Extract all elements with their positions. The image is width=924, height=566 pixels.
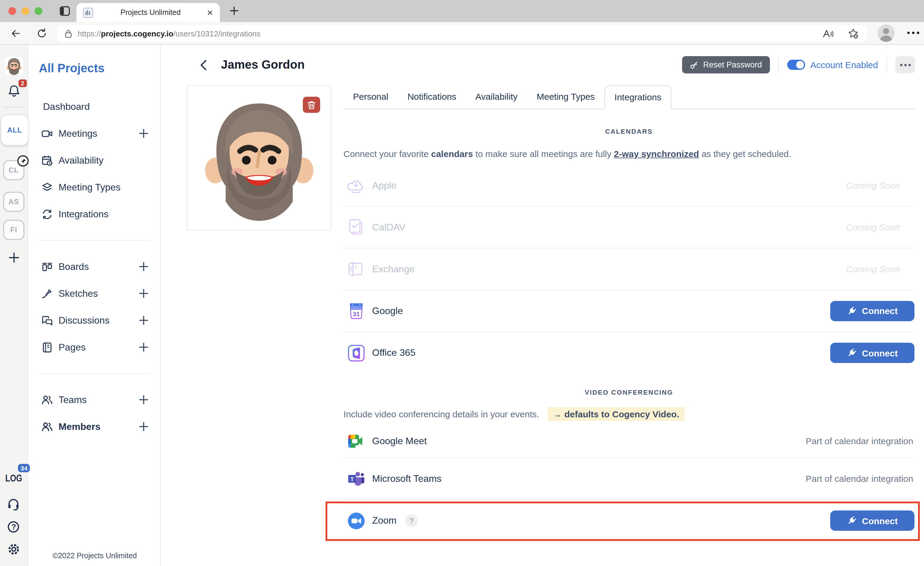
sidebar-item-integrations[interactable]: Integrations xyxy=(38,201,152,228)
sidebar-item-pages[interactable]: Pages xyxy=(38,334,152,361)
integration-row-caldav: CalDAV Coming Soon xyxy=(344,207,915,249)
chat-bubbles-icon xyxy=(41,314,53,326)
add-page-icon[interactable] xyxy=(139,342,149,352)
browser-menu-icon[interactable] xyxy=(907,31,919,34)
tab-meeting-types[interactable]: Meeting Types xyxy=(527,85,604,109)
tab-integrations[interactable]: Integrations xyxy=(604,85,672,109)
site-favicon-icon xyxy=(83,7,93,18)
integration-row-microsoft-teams: T Microsoft Teams Part of calendar integ… xyxy=(344,458,915,500)
user-avatar[interactable] xyxy=(4,57,23,75)
plug-icon xyxy=(847,348,856,358)
zoom-icon xyxy=(347,512,365,529)
reset-password-button[interactable]: Reset Password xyxy=(682,56,770,73)
header-divider xyxy=(778,57,778,73)
main-content: James Gordon Reset Password Account Enab… xyxy=(160,45,924,566)
default-video-note: → defaults to Cogency Video. xyxy=(548,407,684,421)
page-icon xyxy=(41,341,53,353)
help-icon[interactable]: ? xyxy=(8,521,20,533)
microsoft-teams-icon: T xyxy=(347,470,365,487)
coming-soon-label: Coming Soon xyxy=(846,222,915,232)
connect-zoom-button[interactable]: Connect xyxy=(830,511,915,531)
browser-profile-avatar[interactable] xyxy=(878,24,895,42)
tab-notifications[interactable]: Notifications xyxy=(398,85,466,109)
browser-toolbar: https://projects.cogency.io/users/10312/… xyxy=(0,22,924,45)
zoom-help-badge[interactable]: ? xyxy=(405,514,418,527)
integration-row-zoom: Zoom ? Connect xyxy=(344,502,915,539)
sidebar-item-availability[interactable]: Availability xyxy=(38,147,152,174)
sidebar-item-sketches[interactable]: Sketches xyxy=(38,280,152,307)
integration-row-google: 31 Google Connect xyxy=(344,290,915,332)
add-team-icon[interactable] xyxy=(139,395,149,405)
plug-icon xyxy=(847,306,856,316)
google-calendar-icon: 31 xyxy=(347,302,365,319)
delete-photo-button[interactable] xyxy=(303,97,320,113)
add-discussion-icon[interactable] xyxy=(139,315,149,325)
browser-tab[interactable]: Projects Unlimited ✕ xyxy=(76,3,220,22)
notification-count-badge: 2 xyxy=(18,79,27,87)
add-board-icon[interactable] xyxy=(139,262,149,272)
account-enabled-toggle[interactable] xyxy=(787,60,805,70)
zoom-window-button[interactable] xyxy=(34,7,42,15)
window-controls[interactable] xyxy=(8,7,42,15)
integration-row-office365: Office 365 Connect xyxy=(344,332,915,374)
tab-personal[interactable]: Personal xyxy=(344,85,398,109)
close-tab-icon[interactable]: ✕ xyxy=(207,8,213,17)
sidebar-title[interactable]: All Projects xyxy=(39,61,152,75)
account-enabled-label: Account Enabled xyxy=(810,60,878,70)
support-headset-icon[interactable] xyxy=(7,497,21,511)
coming-soon-label: Coming Soon xyxy=(846,264,915,274)
tab-overview-icon[interactable] xyxy=(59,5,70,17)
add-sketch-icon[interactable] xyxy=(139,288,149,298)
connect-office365-button[interactable]: Connect xyxy=(830,343,915,363)
video-conferencing-heading: VIDEO CONFERENCING xyxy=(344,389,915,396)
add-workspace-icon[interactable] xyxy=(8,252,20,264)
add-favorite-icon[interactable] xyxy=(848,28,859,39)
integration-row-apple: Apple Coming Soon xyxy=(344,165,915,207)
exchange-icon xyxy=(347,260,365,278)
workspace-all-tab[interactable]: ALL xyxy=(1,115,28,145)
zoom-row-highlight: Zoom ? Connect xyxy=(344,502,915,539)
people-icon xyxy=(41,394,53,406)
sidebar-divider xyxy=(40,373,149,374)
minimize-window-button[interactable] xyxy=(21,7,29,15)
apple-icloud-icon xyxy=(347,178,365,193)
kanban-board-icon xyxy=(41,261,53,273)
sidebar-item-dashboard[interactable]: Dashboard xyxy=(38,93,152,120)
browser-tab-bar: Projects Unlimited ✕ xyxy=(0,0,924,22)
tab-availability[interactable]: Availability xyxy=(466,85,527,109)
close-window-button[interactable] xyxy=(8,7,16,15)
connect-google-button[interactable]: Connect xyxy=(830,301,915,321)
integration-row-google-meet: Google Meet Part of calendar integration xyxy=(344,424,915,458)
sidebar-item-meetings[interactable]: Meetings xyxy=(38,120,152,147)
workspace-as-tab[interactable]: AS xyxy=(3,192,24,212)
sidebar-item-boards[interactable]: Boards xyxy=(38,253,152,280)
calendars-description: Connect your favorite calendars to make … xyxy=(344,149,915,159)
sidebar-item-meeting-types[interactable]: Meeting Types xyxy=(38,174,152,201)
profile-photo xyxy=(195,93,324,222)
workspace-fi-tab[interactable]: FI xyxy=(3,220,24,240)
layers-icon xyxy=(41,181,53,193)
log-button[interactable]: LOG 34 xyxy=(5,472,22,483)
part-of-calendar-label: Part of calendar integration xyxy=(806,473,915,484)
add-member-icon[interactable] xyxy=(139,422,149,432)
back-icon[interactable] xyxy=(10,28,21,39)
sidebar-item-teams[interactable]: Teams xyxy=(38,386,152,413)
url-text: https://projects.cogency.io/users/10312/… xyxy=(78,29,260,38)
workspace-cl-tab[interactable]: CL xyxy=(3,160,24,180)
read-aloud-icon[interactable] xyxy=(822,28,834,39)
back-chevron-icon[interactable] xyxy=(199,59,207,71)
notifications-bell[interactable]: 2 xyxy=(7,84,21,98)
log-count-badge: 34 xyxy=(18,464,30,472)
sidebar-item-members[interactable]: Members xyxy=(38,413,152,440)
add-meeting-icon[interactable] xyxy=(139,128,149,139)
sync-icon xyxy=(41,208,53,220)
new-tab-icon[interactable] xyxy=(229,5,240,16)
more-actions-button[interactable] xyxy=(896,56,915,73)
reload-icon[interactable] xyxy=(36,28,47,39)
browser-window: Projects Unlimited ✕ https://projects.co… xyxy=(0,0,924,566)
settings-gear-icon[interactable] xyxy=(7,543,20,556)
copyright-footer: ©2022 Projects Unlimited xyxy=(38,552,152,561)
sidebar-item-discussions[interactable]: Discussions xyxy=(38,307,152,334)
project-sidebar: All Projects Dashboard Meetings Availabi… xyxy=(28,45,160,566)
address-bar[interactable]: https://projects.cogency.io/users/10312/… xyxy=(57,25,867,42)
